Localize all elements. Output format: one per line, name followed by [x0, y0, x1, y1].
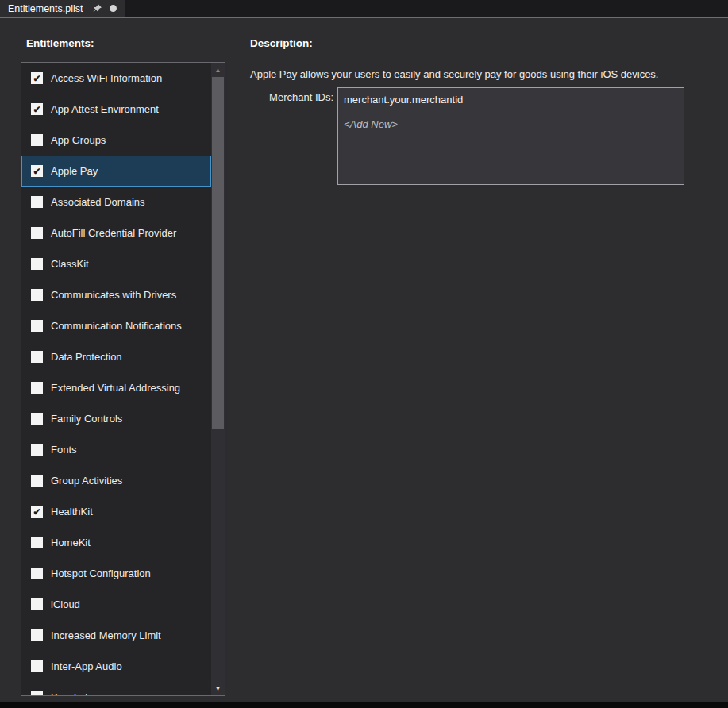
add-new-item[interactable]: <Add New>	[344, 118, 678, 130]
entitlement-row[interactable]: Keychain	[21, 682, 211, 695]
checkbox-checked-icon[interactable]: ✔	[31, 72, 43, 84]
entitlement-label: iCloud	[51, 598, 80, 610]
entitlement-row[interactable]: ✔HealthKit	[21, 496, 211, 527]
checkbox-unchecked-icon[interactable]	[31, 444, 43, 456]
checkbox-unchecked-icon[interactable]	[31, 568, 43, 579]
entitlement-label: HomeKit	[51, 537, 91, 548]
checkbox-unchecked-icon[interactable]	[31, 382, 43, 394]
entitlement-row[interactable]: iCloud	[21, 589, 211, 620]
checkbox-unchecked-icon[interactable]	[31, 320, 43, 332]
entitlement-row[interactable]: Fonts	[21, 434, 211, 465]
entitlement-row[interactable]: ✔Access WiFi Information	[21, 63, 211, 94]
entitlement-label: Increased Memory Limit	[51, 629, 161, 641]
entitlement-label: Keychain	[51, 691, 93, 695]
window-bottom-edge	[0, 702, 728, 708]
entitlement-label: Extended Virtual Addressing	[51, 382, 180, 394]
entitlement-label: HealthKit	[51, 506, 93, 518]
entitlement-row[interactable]: Inter-App Audio	[21, 651, 211, 682]
entitlement-label: Hotspot Configuration	[51, 568, 151, 579]
merchant-id-item[interactable]: merchant.your.merchantid	[344, 92, 678, 108]
checkbox-unchecked-icon[interactable]	[31, 629, 43, 641]
entitlement-label: Access WiFi Information	[51, 72, 162, 84]
checkbox-unchecked-icon[interactable]	[31, 598, 43, 610]
entitlement-label: Inter-App Audio	[51, 660, 122, 672]
checkbox-checked-icon[interactable]: ✔	[31, 506, 43, 518]
entitlement-label: Fonts	[51, 444, 77, 456]
checkbox-unchecked-icon[interactable]	[31, 660, 43, 672]
entitlement-row[interactable]: AutoFill Credential Provider	[21, 217, 211, 248]
unsaved-changes-icon	[110, 5, 117, 12]
entitlement-row[interactable]: Family Controls	[21, 403, 211, 434]
entitlement-label: Family Controls	[51, 413, 122, 425]
entitlement-row[interactable]: Group Activities	[21, 465, 211, 496]
entitlement-label: Associated Domains	[51, 196, 145, 208]
scrollbar-up-icon[interactable]: ▲	[211, 63, 225, 76]
checkbox-unchecked-icon[interactable]	[31, 413, 43, 425]
entitlement-label: Communication Notifications	[51, 320, 182, 332]
merchant-ids-list[interactable]: merchant.your.merchantid <Add New>	[337, 87, 684, 185]
tab-bar: Entitlements.plist	[0, 0, 728, 17]
entitlement-row[interactable]: Data Protection	[21, 341, 211, 372]
entitlement-label: Data Protection	[51, 351, 122, 363]
entitlement-label: Apple Pay	[51, 165, 98, 177]
pin-icon[interactable]	[92, 3, 102, 13]
entitlements-list: ✔Access WiFi Information✔App Attest Envi…	[21, 62, 225, 696]
entitlement-row[interactable]: Associated Domains	[21, 187, 211, 217]
entitlement-row[interactable]: Increased Memory Limit	[21, 620, 211, 651]
entitlement-row[interactable]: Extended Virtual Addressing	[21, 372, 211, 403]
scrollbar[interactable]: ▲ ▼	[211, 63, 225, 695]
entitlement-label: App Attest Environment	[51, 103, 159, 115]
entitlement-label: ClassKit	[51, 258, 89, 270]
entitlements-list-items: ✔Access WiFi Information✔App Attest Envi…	[21, 63, 211, 695]
entitlement-row[interactable]: Communicates with Drivers	[21, 279, 211, 310]
entitlement-label: Group Activities	[51, 475, 122, 487]
scrollbar-down-icon[interactable]: ▼	[211, 682, 225, 695]
checkbox-unchecked-icon[interactable]	[31, 289, 43, 301]
checkbox-unchecked-icon[interactable]	[31, 196, 43, 208]
merchant-ids-label: Merchant IDs:	[238, 91, 333, 103]
checkbox-checked-icon[interactable]: ✔	[31, 165, 43, 177]
checkbox-checked-icon[interactable]: ✔	[31, 103, 43, 115]
entitlement-label: Communicates with Drivers	[51, 289, 176, 301]
scrollbar-thumb[interactable]	[212, 77, 224, 429]
entitlement-row[interactable]: ✔Apple Pay	[21, 156, 211, 187]
entitlement-label: App Groups	[51, 134, 106, 146]
checkbox-unchecked-icon[interactable]	[31, 537, 43, 548]
entitlement-row[interactable]: Communication Notifications	[21, 310, 211, 341]
entitlements-header: Entitlements:	[26, 37, 94, 49]
checkbox-unchecked-icon[interactable]	[31, 227, 43, 239]
entitlement-label: AutoFill Credential Provider	[51, 227, 176, 239]
checkbox-unchecked-icon[interactable]	[31, 134, 43, 146]
entitlement-row[interactable]: ✔App Attest Environment	[21, 94, 211, 125]
description-text: Apple Pay allows your users to easily an…	[250, 68, 658, 80]
entitlement-row[interactable]: App Groups	[21, 125, 211, 156]
entitlement-row[interactable]: Hotspot Configuration	[21, 558, 211, 589]
checkbox-unchecked-icon[interactable]	[31, 475, 43, 487]
checkbox-unchecked-icon[interactable]	[31, 691, 43, 695]
entitlement-row[interactable]: HomeKit	[21, 527, 211, 558]
tab-entitlements-plist[interactable]: Entitlements.plist	[0, 0, 125, 17]
accent-divider	[0, 17, 728, 18]
description-header: Description:	[250, 37, 313, 49]
checkbox-unchecked-icon[interactable]	[31, 351, 43, 363]
checkbox-unchecked-icon[interactable]	[31, 258, 43, 270]
tab-title: Entitlements.plist	[8, 3, 83, 14]
entitlements-editor-window: Entitlements.plist Entitlements: ✔Access…	[0, 0, 728, 708]
entitlement-row[interactable]: ClassKit	[21, 248, 211, 279]
